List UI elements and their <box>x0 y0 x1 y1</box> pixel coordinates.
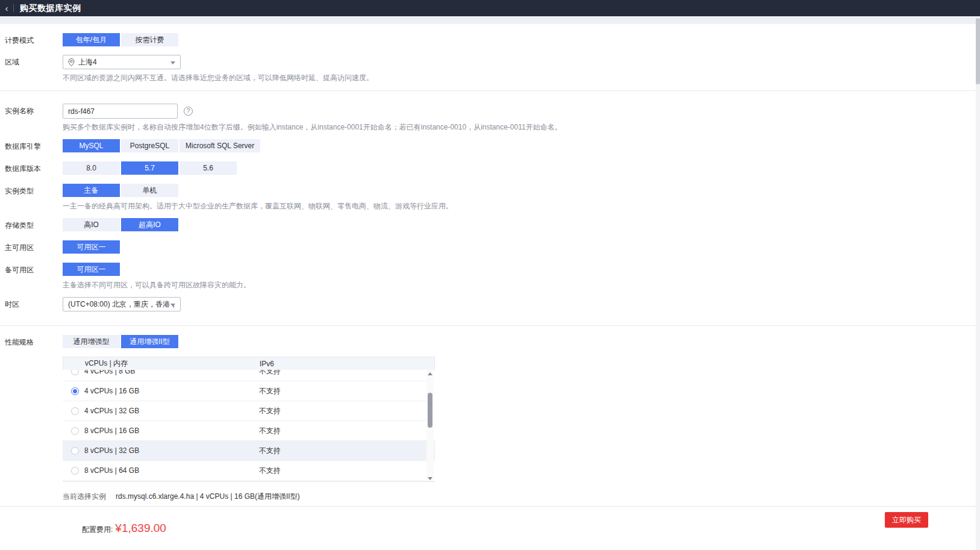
radio-icon[interactable] <box>71 467 79 475</box>
standby-az-option-1[interactable]: 可用区一 <box>63 263 120 276</box>
db-version-label: 数据库版本 <box>5 161 63 175</box>
spec-col-header: vCPUs | 内存 <box>63 358 260 369</box>
type-option-ha[interactable]: 主备 <box>63 184 120 197</box>
scroll-down-icon[interactable] <box>426 475 434 482</box>
radio-icon[interactable] <box>71 370 79 375</box>
ipv6-cell: 不支持 <box>259 406 281 416</box>
region-label: 区域 <box>5 55 63 69</box>
radio-icon[interactable] <box>71 447 79 455</box>
primary-az-label: 主可用区 <box>5 240 63 254</box>
help-icon[interactable]: ? <box>184 107 193 116</box>
scroll-up-icon[interactable] <box>426 370 434 377</box>
spec-cell: 8 vCPUs | 64 GB <box>84 466 139 475</box>
storage-option-highio[interactable]: 高IO <box>63 218 120 231</box>
back-icon[interactable]: ‹ <box>0 0 13 16</box>
ipv6-cell: 不支持 <box>259 426 281 436</box>
radio-icon[interactable] <box>71 427 79 435</box>
spec-cell: 4 vCPUs | 32 GB <box>84 407 139 415</box>
spec-cell: 4 vCPUs | 8 GB <box>84 370 135 375</box>
fee-label: 配置费用: <box>82 525 113 535</box>
row-db-engine: 数据库引擎 MySQL PostgreSQL Microsoft SQL Ser… <box>5 139 260 152</box>
timezone-label: 时区 <box>5 297 63 311</box>
engine-option-mssql[interactable]: Microsoft SQL Server <box>179 139 260 152</box>
ipv6-cell: 不支持 <box>259 446 281 456</box>
timezone-select[interactable]: (UTC+08:00) 北京，重庆，香港，... <box>63 297 181 311</box>
standby-az-options: 可用区一 <box>63 263 120 276</box>
row-instance-type: 实例类型 主备 单机 <box>5 184 178 197</box>
spec-row[interactable]: 4 vCPUs | 8 GB 不支持 <box>63 370 435 381</box>
db-engine-label: 数据库引擎 <box>5 139 63 152</box>
spec-table-header: vCPUs | 内存 IPv6 <box>63 357 435 370</box>
spec-row[interactable]: 4 vCPUs | 32 GB 不支持 <box>63 401 435 421</box>
spec-cell: 8 vCPUs | 16 GB <box>84 427 139 435</box>
region-select[interactable]: 上海4 <box>63 55 181 69</box>
instance-type-hint: 一主一备的经典高可用架构。适用于大中型企业的生产数据库，覆盖互联网、物联网、零售… <box>63 201 453 211</box>
db-version-options: 8.0 5.7 5.6 <box>63 161 237 175</box>
primary-az-options: 可用区一 <box>63 240 120 254</box>
row-billing-mode: 计费模式 包年/包月 按需计费 <box>5 33 178 46</box>
page-scrollbar[interactable] <box>976 16 980 550</box>
flavor-option-enhanced[interactable]: 通用增强型 <box>63 335 120 348</box>
page-title: 购买数据库实例 <box>20 3 81 14</box>
scrollbar-thumb[interactable] <box>428 393 432 428</box>
billing-mode-options: 包年/包月 按需计费 <box>63 33 178 46</box>
primary-az-option-1[interactable]: 可用区一 <box>63 240 120 254</box>
instance-name-hint: 购买多个数据库实例时，名称自动按序增加4位数字后缀。例如输入instance，从… <box>63 122 562 133</box>
section-divider <box>0 90 980 91</box>
row-primary-az: 主可用区 可用区一 <box>5 240 120 254</box>
version-option-56[interactable]: 5.6 <box>179 161 237 175</box>
current-selection-value: rds.mysql.c6.xlarge.4.ha | 4 vCPUs | 16 … <box>116 492 300 502</box>
engine-option-mysql[interactable]: MySQL <box>63 139 120 152</box>
location-pin-icon <box>68 58 75 66</box>
current-selection-label: 当前选择实例 <box>63 492 106 502</box>
storage-type-options: 高IO 超高IO <box>63 218 178 231</box>
instance-name-input[interactable] <box>63 104 178 119</box>
ipv6-cell: 不支持 <box>259 370 281 377</box>
db-engine-options: MySQL PostgreSQL Microsoft SQL Server <box>63 139 260 152</box>
type-option-single[interactable]: 单机 <box>121 184 178 197</box>
region-value: 上海4 <box>78 57 97 67</box>
spec-row[interactable]: 8 vCPUs | 64 GB 不支持 <box>63 461 435 481</box>
billing-option-yearly[interactable]: 包年/包月 <box>63 33 120 46</box>
billing-mode-label: 计费模式 <box>5 33 63 46</box>
version-option-57[interactable]: 5.7 <box>121 161 178 175</box>
region-hint: 不同区域的资源之间内网不互通。请选择靠近您业务的区域，可以降低网络时延、提高访问… <box>63 73 373 83</box>
spec-row-selected[interactable]: 4 vCPUs | 16 GB 不支持 <box>63 381 435 401</box>
storage-type-label: 存储类型 <box>5 218 63 231</box>
standby-az-hint: 主备选择不同可用区，可以具备跨可用区故障容灾的能力。 <box>63 280 251 290</box>
topbar-divider <box>13 4 14 12</box>
spec-row-hover[interactable]: 8 vCPUs | 32 GB 不支持 <box>63 441 435 461</box>
engine-option-postgresql[interactable]: PostgreSQL <box>121 139 178 152</box>
radio-icon[interactable] <box>71 407 79 415</box>
version-option-80[interactable]: 8.0 <box>63 161 120 175</box>
radio-selected-icon[interactable] <box>71 387 79 395</box>
ipv6-col-header: IPv6 <box>260 360 274 368</box>
row-timezone: 时区 (UTC+08:00) 北京，重庆，香港，... <box>5 297 181 311</box>
top-bar: ‹ 购买数据库实例 <box>0 0 980 16</box>
spec-row[interactable]: 8 vCPUs | 16 GB 不支持 <box>63 421 435 441</box>
row-db-version: 数据库版本 8.0 5.7 5.6 <box>5 161 237 175</box>
flavor-label: 性能规格 <box>5 335 63 348</box>
page-scrollbar-thumb[interactable] <box>976 18 980 84</box>
standby-az-label: 备可用区 <box>5 263 63 276</box>
chevron-down-icon <box>170 61 175 64</box>
row-region: 区域 上海4 <box>5 55 181 69</box>
instance-type-options: 主备 单机 <box>63 184 178 197</box>
fee-value: ¥1,639.00 <box>115 522 166 535</box>
current-selection: 当前选择实例 rds.mysql.c6.xlarge.4.ha | 4 vCPU… <box>63 492 300 502</box>
ipv6-cell: 不支持 <box>259 386 281 396</box>
spec-table-body: 4 vCPUs | 8 GB 不支持 4 vCPUs | 16 GB 不支持 4… <box>63 370 435 482</box>
billing-option-ondemand[interactable]: 按需计费 <box>121 33 178 46</box>
flavor-option-enhanced2[interactable]: 通用增强II型 <box>121 335 178 348</box>
spec-cell: 4 vCPUs | 16 GB <box>84 387 139 395</box>
footer-bar: 配置费用: ¥1,639.00 立即购买 <box>0 506 980 550</box>
storage-option-ultraio[interactable]: 超高IO <box>121 218 178 231</box>
row-instance-name: 实例名称 ? <box>5 104 193 119</box>
table-scrollbar[interactable] <box>426 370 434 482</box>
spec-table: vCPUs | 内存 IPv6 4 vCPUs | 8 GB 不支持 4 vCP… <box>63 357 435 482</box>
flavor-options: 通用增强型 通用增强II型 <box>63 335 178 348</box>
fee: 配置费用: ¥1,639.00 <box>82 522 166 535</box>
buy-now-button[interactable]: 立即购买 <box>885 512 928 528</box>
row-storage-type: 存储类型 高IO 超高IO <box>5 218 178 231</box>
chevron-down-icon <box>170 304 175 307</box>
